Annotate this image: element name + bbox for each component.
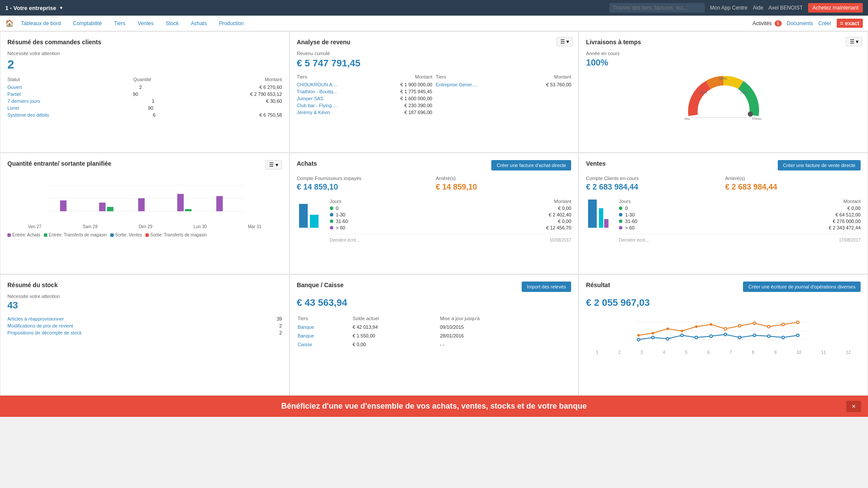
achats-arrieres-amount: € 14 859,10 xyxy=(436,183,571,192)
svg-point-46 xyxy=(768,335,770,337)
banque-table: Tiers Solde actuel Mise à jour jusqu'à B… xyxy=(297,314,572,349)
stock-count[interactable]: 43 xyxy=(7,300,282,311)
nav-stock[interactable]: Stock xyxy=(161,17,184,30)
legend-item: Sortie: Transferts de magasin xyxy=(145,233,207,237)
banque-col-solde: Solde actuel xyxy=(352,314,439,322)
user-label: Axel BENOIST xyxy=(769,5,803,11)
svg-rect-14 xyxy=(177,194,184,211)
nav-comptabilite[interactable]: Comptabilité xyxy=(68,17,107,30)
table-row: Entreprise Géner.... € 53 760,00 xyxy=(436,82,571,87)
revenu-menu-btn[interactable]: ☰ ▾ xyxy=(556,37,573,46)
dot-table-header: Jours Montant xyxy=(619,199,861,204)
banque-import-btn[interactable]: Import des relevés xyxy=(522,282,571,292)
ventes-dot-table: Jours Montant 0 € 0,00 1-30 € 64 512,00 … xyxy=(619,199,861,242)
table-row: Système des débits 6 € 6 750,58 xyxy=(7,112,282,118)
search-input[interactable] xyxy=(609,3,705,13)
table-row: CHOUKROUN A.... € 1 900 000,00 xyxy=(297,82,432,87)
revenu-table: Tiers Montant CHOUKROUN A.... € 1 900 00… xyxy=(297,74,572,117)
nav-tableaux[interactable]: Tableaux de bord xyxy=(16,17,66,30)
achats-compte-label: Compte Fournisseurs impayés xyxy=(297,176,432,181)
achats-create-btn[interactable]: Créer une facture d'achat directe xyxy=(491,160,571,170)
nav-ventes[interactable]: Ventes xyxy=(132,17,159,30)
promo-banner: Bénéficiez d'une vue d'ensemble de vos a… xyxy=(0,396,868,417)
commandes-table: Statut Quantité Montant Ouvert 2 € 6 270… xyxy=(7,77,282,118)
achats-bar-chart xyxy=(297,195,323,242)
banque-col-tiers: Tiers xyxy=(298,314,352,322)
buy-now-button[interactable]: Achetez maintenant xyxy=(808,3,863,13)
revenu-right-header: Tiers Montant xyxy=(436,74,571,79)
card-quantite-title: Quantité entrante/ sortante planifiée xyxy=(7,160,112,167)
legend-item: Sortie: Ventes xyxy=(110,233,142,237)
stock-attention-label: Nécessite votre attention xyxy=(7,294,282,299)
achats-amounts: Compte Fournisseurs impayés € 14 859,10 … xyxy=(297,176,572,192)
resultat-create-btn[interactable]: Créer une écriture de journal d'opératio… xyxy=(743,282,861,292)
brand-label[interactable]: 1 - Votre entreprise xyxy=(5,5,56,11)
stock-rows: Articles à réapprovisionner 39 Modificat… xyxy=(7,316,282,335)
nav-production[interactable]: Production xyxy=(214,17,249,30)
quantite-menu-btn[interactable]: ☰ ▾ xyxy=(265,160,282,170)
top-bar-left: 1 - Votre entreprise ▾ xyxy=(5,5,62,11)
resultat-amount: € 2 055 967,03 xyxy=(586,297,861,308)
ventes-create-btn[interactable]: Créer une facture de vente directe xyxy=(778,160,861,170)
chart-legend: Entrée: Achats Entrée: Transferts de mag… xyxy=(7,233,282,237)
card-commandes-title: Résumé des commandes clients xyxy=(7,39,282,46)
svg-point-47 xyxy=(782,336,785,339)
legend-dot xyxy=(44,233,47,237)
dot-row: > 60 € 2 343 472,44 xyxy=(619,225,861,230)
dot-row: 1-30 € 64 512,00 xyxy=(619,212,861,217)
svg-text:75%: 75% xyxy=(740,90,748,95)
svg-point-35 xyxy=(782,323,785,326)
attention-count[interactable]: 2 xyxy=(7,58,282,72)
card-banque: Banque / Caisse Import des relevés € 43 … xyxy=(289,274,579,396)
ventes-amounts: Compte Clients en-cours € 2 683 984,44 A… xyxy=(586,176,861,192)
svg-point-41 xyxy=(695,336,698,339)
svg-point-27 xyxy=(667,328,669,330)
dot-row: > 60 € 12 456,70 xyxy=(330,225,572,230)
ventes-bar-chart xyxy=(586,195,612,242)
svg-point-45 xyxy=(753,334,756,337)
gauge-container: 0% 50% 100% 25% 75% xyxy=(586,72,861,120)
aide-link[interactable]: Aide xyxy=(753,5,763,11)
card-stock-title: Résumé du stock xyxy=(7,282,282,288)
table-row: Propositions de décompte de stock 2 xyxy=(7,330,282,335)
create-link[interactable]: Créer xyxy=(819,20,832,26)
resultat-chart xyxy=(586,314,861,348)
svg-rect-18 xyxy=(310,215,319,228)
bar-chart-svg xyxy=(7,177,282,220)
achats-compte: Compte Fournisseurs impayés € 14 859,10 xyxy=(297,176,432,192)
ventes-compte-amount: € 2 683 984,44 xyxy=(586,183,721,192)
legend-item: Entrée: Transferts de magasin xyxy=(44,233,107,237)
table-row: Modifications de prix de revient 2 xyxy=(7,323,282,328)
app-centre-link[interactable]: Mon App Centre xyxy=(710,5,748,11)
card-livraisons-title: Livraisons à temps xyxy=(586,39,861,46)
svg-point-31 xyxy=(724,328,727,330)
ventes-arrieres-label: Arriéré(s) xyxy=(725,176,861,181)
revenu-right: Tiers Montant Entreprise Géner.... € 53 … xyxy=(436,74,571,117)
card-revenu-title: Analyse de revenu xyxy=(297,39,572,46)
achats-compte-amount: € 14 859,10 xyxy=(297,183,432,192)
table-row: Jérémy & Kévin € 187 696,00 xyxy=(297,110,432,115)
promo-close-btn[interactable]: ✕ xyxy=(846,401,861,412)
ventes-bar-svg xyxy=(586,195,612,230)
home-icon[interactable]: 🏠 xyxy=(5,19,14,27)
table-row: Ouvert 2 € 6 270,60 xyxy=(7,85,282,90)
nav-tiers[interactable]: Tiers xyxy=(109,17,131,30)
svg-point-43 xyxy=(724,333,727,336)
activities-link[interactable]: Activités 5 xyxy=(753,20,782,26)
livraisons-menu-btn[interactable]: ☰ ▾ xyxy=(846,37,862,46)
documents-link[interactable]: Documents xyxy=(787,20,813,26)
promo-text: Bénéficiez d'une vue d'ensemble de vos a… xyxy=(281,402,587,410)
table-row: Banque € 42 013,94 09/10/2015 xyxy=(298,323,571,331)
svg-rect-11 xyxy=(99,203,105,211)
svg-rect-21 xyxy=(604,219,608,228)
achats-bar-svg xyxy=(297,195,323,230)
card-achats: Achats Créer une facture d'achat directe… xyxy=(289,153,579,274)
resultat-line-svg xyxy=(586,314,861,348)
nav-right: Activités 5 Documents Créer = exact xyxy=(753,19,863,28)
card-resultat-title: Résultat xyxy=(586,282,610,288)
nav-achats[interactable]: Achats xyxy=(186,17,212,30)
table-row: 7 derniers jours 1 € 30,60 xyxy=(7,98,282,104)
svg-point-29 xyxy=(695,325,698,328)
card-stock: Résumé du stock Nécessite votre attentio… xyxy=(0,274,289,396)
achats-derniere: Dernière écrit... 10/08/2017 xyxy=(330,238,572,242)
